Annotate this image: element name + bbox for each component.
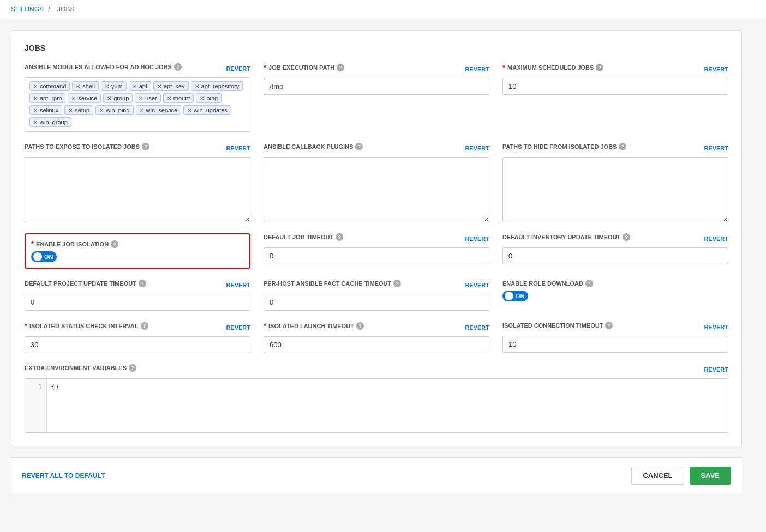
tag-remove-icon[interactable]: ✕ [99,107,104,113]
extra-env-vars-help-icon[interactable]: ? [129,364,136,372]
enable-job-isolation-group: * ENABLE JOB ISOLATION ? ON [25,233,250,269]
list-item: ✕apt [129,81,151,91]
extra-env-vars-label: EXTRA ENVIRONMENT VARIABLES ? [25,364,136,372]
list-item: ✕win_group [29,117,71,127]
extra-env-vars-editor[interactable]: 1 {} [25,378,728,433]
default-inventory-update-timeout-revert[interactable]: REVERT [704,235,728,242]
list-item: ✕apt_repository [191,81,243,91]
list-item: ✕win_ping [95,105,133,115]
tag-remove-icon[interactable]: ✕ [68,107,73,113]
ansible-callback-plugins-label: ANSIBLE CALLBACK PLUGINS ? [264,143,363,150]
isolated-status-check-interval-revert[interactable]: REVERT [226,324,250,331]
cancel-button[interactable]: CANCEL [631,467,684,485]
default-project-update-timeout-input[interactable] [25,294,250,311]
isolated-status-check-interval-help-icon[interactable]: ? [141,322,148,330]
enable-job-isolation-label: * ENABLE JOB ISOLATION ? [31,240,244,248]
tag-remove-icon[interactable]: ✕ [76,83,80,89]
paths-hide-group: PATHS TO HIDE FROM ISOLATED JOBS ? REVER… [502,143,728,222]
per-host-fact-cache-timeout-label: PER-HOST ANSIBLE FACT CACHE TIMEOUT ? [264,280,401,287]
per-host-fact-cache-timeout-revert[interactable]: REVERT [465,282,489,288]
ansible-modules-tags[interactable]: ✕command✕shell✕yum✕apt✕apt_key✕apt_repos… [25,77,250,132]
tag-remove-icon[interactable]: ✕ [167,95,171,101]
isolated-launch-timeout-label: * ISOLATED LAUNCH TIMEOUT ? [264,322,364,330]
list-item: ✕win_service [136,105,181,115]
tag-remove-icon[interactable]: ✕ [33,107,38,113]
paths-hide-revert[interactable]: REVERT [704,145,728,152]
ansible-modules-label: ANSIBLE MODULES ALLOWED FOR AD HOC JOBS … [25,63,182,71]
max-scheduled-jobs-input[interactable] [502,78,728,95]
max-scheduled-jobs-revert[interactable]: REVERT [704,66,728,72]
list-item: ✕mount [163,93,194,103]
breadcrumb-separator: / [48,5,50,13]
tag-remove-icon[interactable]: ✕ [187,107,192,113]
job-execution-path-help-icon[interactable]: ? [337,64,344,71]
paths-hide-help-icon[interactable]: ? [619,143,626,150]
isolated-status-check-interval-input[interactable] [25,336,250,353]
default-project-update-timeout-help-icon[interactable]: ? [139,280,146,287]
list-item: ✕service [68,93,101,103]
default-job-timeout-revert[interactable]: REVERT [465,235,489,242]
tag-remove-icon[interactable]: ✕ [105,83,109,89]
tag-remove-icon[interactable]: ✕ [133,83,137,89]
default-job-timeout-help-icon[interactable]: ? [336,233,343,241]
tag-remove-icon[interactable]: ✕ [140,107,144,113]
ansible-callback-plugins-help-icon[interactable]: ? [355,143,363,150]
enable-job-isolation-toggle[interactable]: ON [31,251,57,262]
list-item: ✕win_updates [183,105,231,115]
per-host-fact-cache-timeout-group: PER-HOST ANSIBLE FACT CACHE TIMEOUT ? RE… [264,280,489,311]
ansible-modules-help-icon[interactable]: ? [174,63,182,71]
breadcrumb: SETTINGS / JOBS [0,0,766,19]
max-scheduled-jobs-group: * MAXIMUM SCHEDULED JOBS ? REVERT [502,63,728,132]
tag-remove-icon[interactable]: ✕ [71,95,76,101]
ansible-modules-revert[interactable]: REVERT [226,65,250,72]
default-job-timeout-input[interactable] [264,247,489,264]
tag-remove-icon[interactable]: ✕ [200,95,204,101]
enable-job-isolation-help-icon[interactable]: ? [111,240,118,248]
breadcrumb-current: JOBS [57,5,74,13]
isolated-connection-timeout-revert[interactable]: REVERT [704,324,728,330]
tag-remove-icon[interactable]: ✕ [195,83,199,89]
isolated-status-check-interval-label: * ISOLATED STATUS CHECK INTERVAL ? [25,322,148,330]
per-host-fact-cache-timeout-input[interactable] [264,294,489,311]
default-project-update-timeout-revert[interactable]: REVERT [226,282,250,288]
isolated-launch-timeout-revert[interactable]: REVERT [465,324,489,331]
default-inventory-update-timeout-group: DEFAULT INVENTORY UPDATE TIMEOUT ? REVER… [502,233,728,269]
enable-role-download-toggle[interactable]: ON [502,291,528,301]
tag-remove-icon[interactable]: ✕ [139,95,143,101]
tag-remove-icon[interactable]: ✕ [33,83,38,89]
isolated-connection-timeout-help-icon[interactable]: ? [605,322,613,329]
list-item: ✕selinux [29,105,62,115]
extra-env-vars-code-content[interactable]: {} [47,379,728,432]
default-project-update-timeout-label: DEFAULT PROJECT UPDATE TIMEOUT ? [25,280,146,287]
default-inventory-update-timeout-input[interactable] [502,247,728,264]
job-execution-path-input[interactable] [264,78,489,95]
per-host-fact-cache-timeout-help-icon[interactable]: ? [393,280,401,287]
paths-hide-textarea[interactable] [502,157,728,222]
extra-env-vars-revert[interactable]: REVERT [704,366,728,373]
max-scheduled-jobs-help-icon[interactable]: ? [596,64,603,71]
ansible-callback-plugins-revert[interactable]: REVERT [465,145,489,152]
enable-role-download-toggle-container: ON [502,291,728,301]
revert-all-link[interactable]: REVERT ALL TO DEFAULT [22,472,105,480]
ansible-modules-group: ANSIBLE MODULES ALLOWED FOR AD HOC JOBS … [25,63,250,132]
tag-remove-icon[interactable]: ✕ [33,119,38,125]
paths-expose-textarea[interactable] [25,157,250,222]
ansible-callback-plugins-textarea[interactable] [264,157,489,222]
isolated-launch-timeout-input[interactable] [264,336,489,353]
isolated-launch-timeout-help-icon[interactable]: ? [356,322,364,330]
tag-remove-icon[interactable]: ✕ [107,95,111,101]
paths-expose-revert[interactable]: REVERT [226,145,250,152]
list-item: ✕group [103,93,133,103]
job-execution-path-revert[interactable]: REVERT [465,66,489,72]
isolated-connection-timeout-input[interactable] [502,336,728,353]
tag-remove-icon[interactable]: ✕ [33,95,38,101]
tag-remove-icon[interactable]: ✕ [157,83,161,89]
enable-role-download-help-icon[interactable]: ? [585,280,593,287]
save-button[interactable]: SAVE [690,467,731,485]
page-footer: REVERT ALL TO DEFAULT CANCEL SAVE [11,457,742,493]
default-job-timeout-label: DEFAULT JOB TIMEOUT ? [264,233,343,241]
paths-expose-help-icon[interactable]: ? [142,143,149,150]
breadcrumb-settings-link[interactable]: SETTINGS [11,5,44,13]
default-inventory-update-timeout-help-icon[interactable]: ? [623,233,630,241]
role-download-toggle-knob [505,292,513,300]
